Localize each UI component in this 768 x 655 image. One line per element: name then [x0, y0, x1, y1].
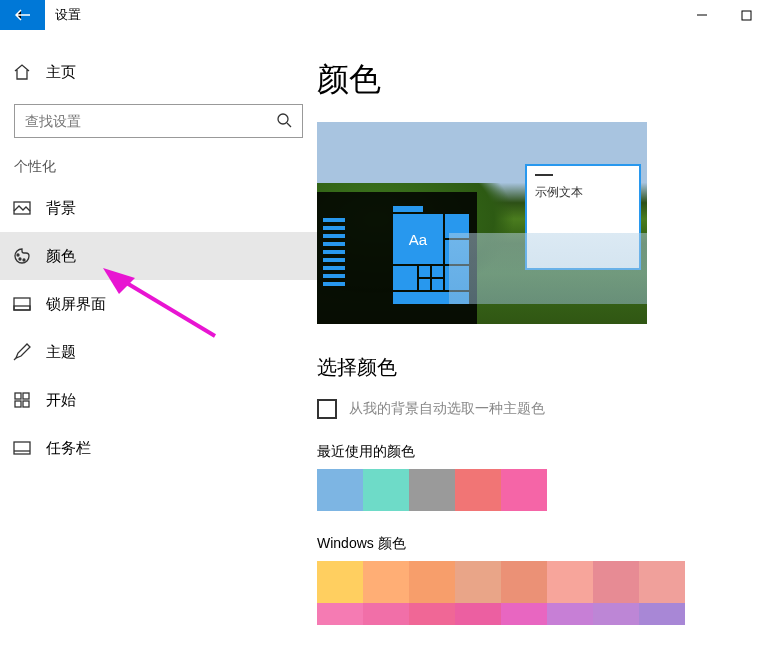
- svg-point-7: [23, 259, 25, 261]
- titlebar: 设置: [0, 0, 768, 30]
- auto-color-row[interactable]: 从我的背景自动选取一种主题色: [317, 399, 768, 419]
- svg-rect-1: [742, 11, 751, 20]
- windows-colors-row1: [317, 561, 768, 603]
- minimize-button[interactable]: [680, 0, 724, 30]
- search-box[interactable]: [14, 104, 303, 138]
- sidebar-item-label: 开始: [46, 391, 76, 410]
- color-swatch[interactable]: [547, 603, 593, 625]
- color-swatch[interactable]: [317, 469, 363, 511]
- maximize-button[interactable]: [724, 0, 768, 30]
- svg-point-2: [278, 114, 288, 124]
- svg-point-6: [19, 258, 21, 260]
- sidebar-item-lockscreen[interactable]: 锁屏界面: [0, 280, 317, 328]
- color-swatch[interactable]: [363, 469, 409, 511]
- color-swatch[interactable]: [363, 603, 409, 625]
- svg-rect-12: [15, 401, 21, 407]
- color-swatch[interactable]: [501, 561, 547, 603]
- svg-rect-13: [23, 401, 29, 407]
- home-label: 主页: [46, 63, 76, 82]
- color-swatch[interactable]: [547, 561, 593, 603]
- start-menu-preview: Aa: [317, 192, 477, 324]
- sidebar-item-colors[interactable]: 颜色: [0, 232, 317, 280]
- color-swatch[interactable]: [639, 561, 685, 603]
- back-button[interactable]: [0, 0, 45, 30]
- sidebar: 主页 个性化 背景 颜色 锁屏界面: [0, 30, 317, 655]
- picture-icon: [12, 201, 32, 215]
- sample-window: 示例文本: [525, 164, 641, 270]
- window-title: 设置: [55, 6, 81, 24]
- choose-color-title: 选择颜色: [317, 354, 768, 381]
- layout: 主页 个性化 背景 颜色 锁屏界面: [0, 30, 768, 655]
- color-swatch[interactable]: [639, 603, 685, 625]
- svg-rect-9: [14, 306, 30, 310]
- svg-line-3: [287, 123, 291, 127]
- color-swatch[interactable]: [409, 469, 455, 511]
- color-swatch[interactable]: [317, 603, 363, 625]
- accent-tile: Aa: [393, 214, 443, 264]
- sidebar-item-label: 背景: [46, 199, 76, 218]
- sidebar-item-taskbar[interactable]: 任务栏: [0, 424, 317, 472]
- sidebar-item-label: 任务栏: [46, 439, 91, 458]
- taskbar-icon: [12, 441, 32, 455]
- sidebar-item-label: 锁屏界面: [46, 295, 106, 314]
- recent-colors-label: 最近使用的颜色: [317, 443, 768, 461]
- home-icon: [12, 63, 32, 81]
- svg-point-5: [17, 254, 19, 256]
- color-swatch[interactable]: [317, 561, 363, 603]
- svg-rect-11: [23, 393, 29, 399]
- color-swatch[interactable]: [409, 603, 455, 625]
- color-swatch[interactable]: [501, 469, 547, 511]
- svg-rect-10: [15, 393, 21, 399]
- search-input[interactable]: [25, 113, 276, 129]
- sidebar-item-label: 主题: [46, 343, 76, 362]
- home-nav[interactable]: 主页: [0, 50, 317, 94]
- color-swatch[interactable]: [501, 603, 547, 625]
- page-title: 颜色: [317, 58, 768, 102]
- svg-rect-14: [14, 442, 30, 454]
- color-swatch[interactable]: [455, 469, 501, 511]
- color-swatch[interactable]: [593, 561, 639, 603]
- search-icon: [276, 112, 292, 131]
- sidebar-item-start[interactable]: 开始: [0, 376, 317, 424]
- color-swatch[interactable]: [455, 603, 501, 625]
- brush-icon: [12, 343, 32, 361]
- palette-icon: [12, 247, 32, 265]
- window-controls: [680, 0, 768, 30]
- start-icon: [12, 392, 32, 408]
- sidebar-item-themes[interactable]: 主题: [0, 328, 317, 376]
- auto-color-label: 从我的背景自动选取一种主题色: [349, 400, 545, 418]
- windows-colors-label: Windows 颜色: [317, 535, 768, 553]
- windows-colors-row2: [317, 603, 768, 625]
- color-swatch[interactable]: [409, 561, 455, 603]
- sidebar-item-label: 颜色: [46, 247, 76, 266]
- color-swatch[interactable]: [455, 561, 501, 603]
- section-header: 个性化: [0, 158, 317, 184]
- color-swatch[interactable]: [363, 561, 409, 603]
- content: 颜色 Aa: [317, 30, 768, 655]
- auto-color-checkbox[interactable]: [317, 399, 337, 419]
- svg-rect-8: [14, 298, 30, 310]
- recent-colors-row: [317, 469, 768, 511]
- color-preview: Aa 示例文本: [317, 122, 647, 324]
- sample-text: 示例文本: [535, 184, 631, 201]
- sidebar-item-background[interactable]: 背景: [0, 184, 317, 232]
- color-swatch[interactable]: [593, 603, 639, 625]
- lockscreen-icon: [12, 297, 32, 311]
